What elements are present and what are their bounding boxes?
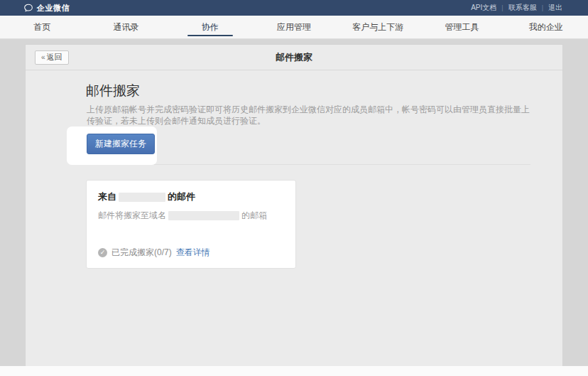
back-button[interactable]: « 返回	[35, 50, 69, 65]
view-details-link[interactable]: 查看详情	[176, 247, 210, 259]
bottom-strip	[0, 366, 588, 376]
check-circle-icon: ✓	[98, 248, 107, 257]
nav-item-admin-tools[interactable]: 管理工具	[420, 16, 503, 38]
main-nav: 首页 通讯录 协作 应用管理 客户与上下游 管理工具 我的企业	[0, 16, 588, 39]
contact-support-link[interactable]: 联系客服	[508, 3, 537, 13]
nav-item-customers[interactable]: 客户与上下游	[336, 16, 420, 38]
brand-name: 企业微信	[37, 3, 70, 14]
page-title: 邮件搬家	[26, 51, 562, 64]
logout-link[interactable]: 退出	[548, 3, 562, 13]
nav-item-contacts[interactable]: 通讯录	[84, 16, 168, 38]
migration-task-card: 来自 的邮件 邮件将搬家至域名 的邮箱 ✓ 已完成搬家(0/7) 查看详情	[86, 180, 296, 269]
topbar: 企业微信 API文档 | 联系客服 | 退出	[0, 0, 588, 16]
task-title-prefix: 来自	[98, 190, 116, 203]
task-card-title: 来自 的邮件	[98, 190, 284, 203]
nav-item-home[interactable]: 首页	[0, 16, 84, 38]
section-description: 上传原邮箱帐号并完成密码验证即可将历史邮件搬家到企业微信对应的成员邮箱中，帐号密…	[87, 104, 537, 127]
topbar-links: API文档 | 联系客服 | 退出	[471, 3, 562, 13]
new-migration-task-button[interactable]: 新建搬家任务	[87, 134, 155, 154]
task-card-subtitle: 邮件将搬家至域名 的邮箱	[98, 210, 284, 222]
nav-item-my-company[interactable]: 我的企业	[504, 16, 588, 38]
separator: |	[542, 4, 543, 11]
separator: |	[501, 4, 503, 11]
brand: 企业微信	[23, 3, 70, 14]
content-panel: « 返回 邮件搬家 邮件搬家 上传原邮箱帐号并完成密码验证即可将历史邮件搬家到企…	[25, 44, 563, 366]
nav-item-collaboration[interactable]: 协作	[168, 16, 252, 38]
click-highlight-overlay: 新建搬家任务	[67, 127, 157, 165]
api-docs-link[interactable]: API文档	[471, 3, 496, 13]
redacted-source-domain	[119, 193, 165, 202]
task-title-suffix: 的邮件	[168, 190, 195, 203]
nav-item-app-management[interactable]: 应用管理	[252, 16, 336, 38]
panel-body: 邮件搬家 上传原邮箱帐号并完成密码验证即可将历史邮件搬家到企业微信对应的成员邮箱…	[26, 70, 562, 366]
back-button-label: 返回	[47, 52, 62, 63]
task-card-footer: ✓ 已完成搬家(0/7) 查看详情	[98, 247, 210, 259]
redacted-target-domain	[168, 211, 239, 220]
wechat-work-logo-icon	[23, 3, 33, 13]
back-chevron-icon: «	[41, 53, 45, 61]
section-title: 邮件搬家	[86, 82, 140, 100]
task-subtitle-prefix: 邮件将搬家至域名	[98, 210, 166, 222]
page-header: « 返回 邮件搬家	[26, 45, 562, 70]
migration-status-text: 已完成搬家(0/7)	[111, 247, 172, 259]
task-subtitle-suffix: 的邮箱	[241, 210, 267, 222]
